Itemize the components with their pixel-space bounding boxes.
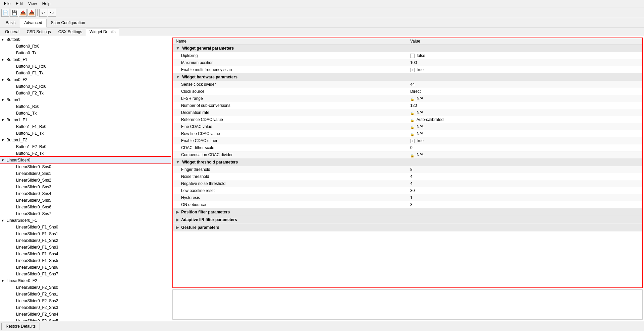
tab-advanced[interactable]: Advanced [20,19,46,27]
tab-csx-settings[interactable]: CSX Settings [55,28,86,36]
tree-item-button1[interactable]: ▾ Button1 [0,96,171,103]
section-gesture[interactable]: ▶ Gesture parameters [173,224,642,231]
tree-item-b1f1rx0[interactable]: Button1_F1_Rx0 [5,123,171,130]
tree-item-ls0f1-sns1[interactable]: LinearSlider0_F1_Sns1 [5,230,171,237]
import-button[interactable]: 📥 [28,9,36,17]
tree-item-ls0-sns4[interactable]: LinearSlider0_Sns4 [5,190,171,197]
prop-row-comp-cdac[interactable]: Compensation CDAC divider 🔒 N/A [173,151,642,158]
tab-basic[interactable]: Basic [1,19,20,27]
expander-widget-general[interactable]: ▼ [176,46,180,51]
expander-button0[interactable]: ▾ [0,37,5,43]
tree-item-b0f1tx[interactable]: Button0_F1_Tx [5,70,171,76]
expander-button1[interactable]: ▾ [0,97,5,103]
tree-item-b0f2rx0[interactable]: Button0_F2_Rx0 [5,83,171,90]
tree-item-ls0f1-sns6[interactable]: LinearSlider0_F1_Sns6 [5,264,171,271]
checkbox-cdac-dither[interactable]: ✓ [410,139,415,143]
tree-item-linearslider0-f2[interactable]: ▾ LinearSlider0_F2 [0,277,171,284]
prop-row-decimation[interactable]: Decimation rate 🔒 N/A [173,109,642,116]
save-button[interactable]: 💾 [10,9,18,17]
section-position-filter[interactable]: ▶ Position filter parameters [173,208,642,216]
tree-item-ls0f2-sns2[interactable]: LinearSlider0_F2_Sns2 [5,297,171,304]
tree-item-ls0f1-sns2[interactable]: LinearSlider0_F1_Sns2 [5,237,171,244]
tree-item-b1rx0[interactable]: Button1_Rx0 [5,103,171,110]
checkbox-enable-mf-scan[interactable]: ✓ [410,68,415,72]
expander-adaptive-iir[interactable]: ▶ [176,217,179,222]
tree-item-ls0-sns0[interactable]: LinearSlider0_Sns0 [5,163,171,170]
tree-item-button0-f1[interactable]: ▾ Button0_F1 [0,56,171,63]
tree-item-b1f2tx[interactable]: Button1_F2_Tx [5,150,171,157]
expander-button1-f2[interactable]: ▾ [0,137,5,143]
restore-defaults-button[interactable]: Restore Defaults [1,323,40,330]
prop-row-ref-cdac[interactable]: Reference CDAC value 🔒 Auto-calibrated [173,116,642,123]
redo-button[interactable]: ↪ [48,9,56,17]
prop-row-on-debounce[interactable]: ON debounce 3 [173,201,642,208]
tree-item-button1-f2[interactable]: ▾ Button1_F2 [0,137,171,143]
properties-panel[interactable]: Name Value ▼ Widget general parameters D… [172,38,643,288]
prop-row-row-fine-cdac[interactable]: Row fine CDAC value 🔒 N/A [173,130,642,137]
section-widget-general[interactable]: ▼ Widget general parameters [173,45,642,52]
expander-button0-f2[interactable]: ▾ [0,77,5,83]
prop-row-sense-clock[interactable]: Sense clock divider 44 [173,81,642,88]
expander-ls0-f1[interactable]: ▾ [0,217,5,223]
prop-row-hysteresis[interactable]: Hysteresis 1 [173,194,642,201]
expander-position-filter[interactable]: ▶ [176,210,179,214]
tree-item-ls0f1-sns0[interactable]: LinearSlider0_F1_Sns0 [5,224,171,230]
tab-scan-configuration[interactable]: Scan Configuration [47,19,90,27]
export-button[interactable]: 📤 [19,9,27,17]
tree-item-b1f2rx0[interactable]: Button1_F2_Rx0 [5,143,171,150]
tree-item-button1-f1[interactable]: ▾ Button1_F1 [0,117,171,123]
tree-item-ls0f2-sns5[interactable]: LinearSlider0_F2_Sns5 [5,318,171,321]
menu-view[interactable]: View [25,1,40,7]
tree-item-linearslider0-f1[interactable]: ▾ LinearSlider0_F1 [0,217,171,224]
expander-button1-f1[interactable]: ▾ [0,117,5,123]
tree-item-ls0f2-sns0[interactable]: LinearSlider0_F2_Sns0 [5,284,171,291]
prop-row-neg-noise-threshold[interactable]: Negative noise threshold 4 [173,180,642,187]
tree-item-ls0f2-sns3[interactable]: LinearSlider0_F2_Sns3 [5,304,171,311]
prop-row-max-position[interactable]: Maximum position 100 [173,59,642,66]
prop-row-fine-cdac[interactable]: Fine CDAC value 🔒 N/A [173,123,642,130]
new-button[interactable]: 📄 [1,9,9,17]
prop-row-enable-cdac-dither[interactable]: Enable CDAC dither ✓ true [173,137,642,144]
tree-item-b1tx[interactable]: Button1_Tx [5,110,171,117]
menu-edit[interactable]: Edit [13,1,25,7]
menu-help[interactable]: Help [40,1,53,7]
prop-row-noise-threshold[interactable]: Noise threshold 4 [173,173,642,180]
tree-item-button0[interactable]: ▾ Button0 [0,36,171,43]
tree-item-ls0f1-sns3[interactable]: LinearSlider0_F1_Sns3 [5,244,171,251]
tab-csd-settings[interactable]: CSD Settings [23,28,55,36]
tree-item-ls0-sns3[interactable]: LinearSlider0_Sns3 [5,184,171,190]
tree-item-ls0-sns7[interactable]: LinearSlider0_Sns7 [5,210,171,217]
tree-item-ls0f1-sns7[interactable]: LinearSlider0_F1_Sns7 [5,271,171,277]
tab-general[interactable]: General [1,28,23,36]
section-adaptive-iir[interactable]: ▶ Adaptive IIR filter parameters [173,216,642,224]
prop-row-cdac-dither-scale[interactable]: CDAC dither scale 0 [173,144,642,151]
tree-item-b0f2tx[interactable]: Button0_F2_Tx [5,90,171,96]
expander-gesture[interactable]: ▶ [176,225,179,230]
section-widget-hardware[interactable]: ▼ Widget hardware parameters [173,73,642,81]
tree-item-ls0-sns5[interactable]: LinearSlider0_Sns5 [5,197,171,204]
prop-row-lfsr-range[interactable]: LFSR range 🔒 N/A [173,95,642,102]
tree-item-ls0f2-sns1[interactable]: LinearSlider0_F2_Sns1 [5,291,171,297]
expander-button0-f1[interactable]: ▾ [0,57,5,63]
tree-item-button0-rx0[interactable]: Button0_Rx0 [5,43,171,50]
prop-row-clock-source[interactable]: Clock source Direct [173,88,642,95]
tree-area[interactable]: ▾ Button0 Button0_Rx0 Button0_Tx ▾ Butto… [0,36,171,321]
tree-item-ls0f2-sns4[interactable]: LinearSlider0_F2_Sns4 [5,311,171,318]
tree-item-b1f1tx[interactable]: Button1_F1_Tx [5,130,171,137]
tree-item-button0-f2[interactable]: ▾ Button0_F2 [0,76,171,83]
prop-row-enable-mf-scan[interactable]: Enable multi-frequency scan ✓ true [173,66,642,73]
tree-item-ls0-sns1[interactable]: LinearSlider0_Sns1 [5,170,171,177]
expander-widget-threshold[interactable]: ▼ [176,160,180,164]
prop-row-diplexing[interactable]: Diplexing false [173,52,642,59]
checkbox-diplexing[interactable] [410,54,415,58]
tree-item-ls0f1-sns4[interactable]: LinearSlider0_F1_Sns4 [5,251,171,257]
expander-ls0-f2[interactable]: ▾ [0,278,5,284]
tree-item-b0f1rx0[interactable]: Button0_F1_Rx0 [5,63,171,70]
tab-widget-details[interactable]: Widget Details [86,28,119,36]
expander-linearslider0[interactable]: ▾ [0,157,5,163]
menu-file[interactable]: File [1,1,13,7]
tree-item-ls0-sns6[interactable]: LinearSlider0_Sns6 [5,204,171,210]
expander-widget-hardware[interactable]: ▼ [176,75,180,79]
prop-row-sub-conversions[interactable]: Number of sub-conversions 120 [173,102,642,109]
section-widget-threshold[interactable]: ▼ Widget threshold parameters [173,158,642,166]
